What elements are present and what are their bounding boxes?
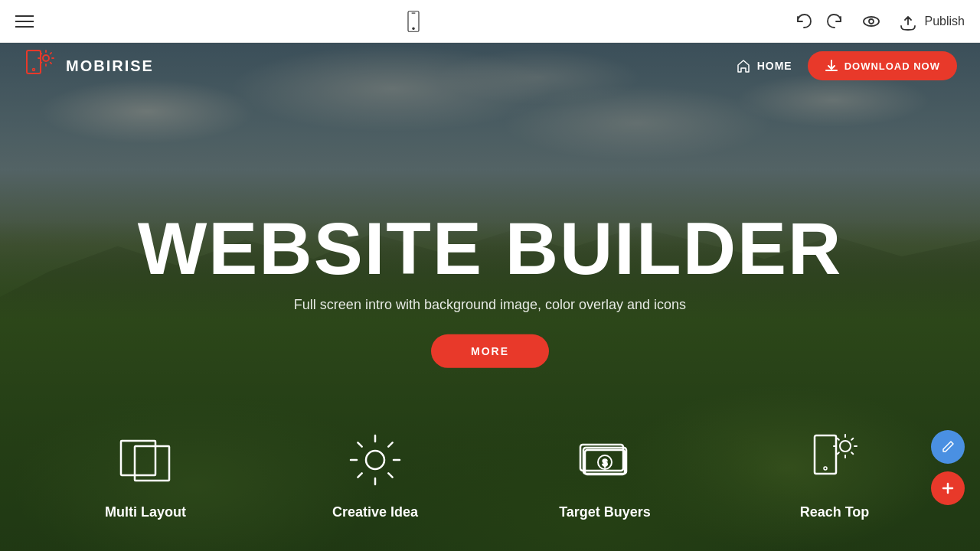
creative-idea-label: Creative Idea — [332, 504, 418, 520]
svg-line-15 — [41, 63, 41, 64]
publish-button[interactable]: Publish — [897, 11, 965, 32]
svg-rect-32 — [815, 435, 836, 474]
target-buyers-icon: $ — [574, 429, 635, 494]
svg-line-42 — [838, 452, 839, 454]
svg-line-41 — [851, 438, 853, 439]
home-icon — [736, 58, 751, 73]
undo-redo-group — [793, 11, 845, 32]
svg-line-24 — [388, 473, 392, 477]
toolbar: Publish — [0, 0, 980, 43]
mobirise-logo-icon — [23, 47, 57, 81]
hero-section: MOBIRISE HOME DOWNLOAD NOW — [0, 43, 980, 551]
phone-preview-button[interactable] — [403, 11, 424, 32]
toolbar-center — [403, 11, 424, 32]
svg-line-23 — [358, 442, 361, 446]
svg-line-26 — [358, 473, 361, 477]
nav-right: HOME DOWNLOAD NOW — [736, 51, 957, 80]
fab-edit-button[interactable] — [931, 430, 965, 464]
main-content: MOBIRISE HOME DOWNLOAD NOW — [0, 43, 980, 551]
undo-icon — [793, 11, 815, 32]
svg-line-25 — [388, 442, 392, 446]
fab-container — [931, 430, 965, 505]
multi-layout-icon — [115, 429, 176, 494]
fab-add-button[interactable] — [931, 471, 965, 505]
multi-layout-label: Multi Layout — [105, 504, 186, 520]
svg-line-12 — [41, 53, 41, 54]
svg-text:$: $ — [603, 458, 608, 468]
feature-reach-top: Reach Top — [758, 429, 911, 520]
preview-button[interactable] — [861, 11, 882, 32]
features-row: Multi Layout — [0, 413, 980, 551]
feature-creative-idea: Creative Idea — [299, 429, 452, 520]
site-navbar: MOBIRISE HOME DOWNLOAD NOW — [0, 43, 980, 89]
logo-area: MOBIRISE — [23, 47, 154, 84]
eye-icon — [861, 11, 882, 32]
reach-top-label: Reach Top — [800, 504, 870, 520]
svg-point-33 — [824, 467, 827, 470]
svg-line-14 — [51, 53, 51, 54]
svg-rect-5 — [27, 51, 41, 73]
plus-icon — [940, 481, 956, 496]
svg-line-40 — [851, 452, 853, 454]
redo-icon — [824, 11, 845, 32]
download-button[interactable]: DOWNLOAD NOW — [808, 51, 957, 80]
logo-text: MOBIRISE — [66, 57, 154, 75]
hamburger-menu[interactable] — [15, 15, 34, 28]
svg-line-39 — [838, 438, 839, 439]
logo-icon — [23, 47, 57, 84]
reach-top-icon — [804, 429, 865, 494]
svg-point-7 — [43, 55, 49, 61]
hero-subtitle: Full screen intro with background image,… — [49, 297, 931, 313]
publish-label: Publish — [925, 15, 965, 28]
hero-content: WEBSITE BUILDER Full screen intro with b… — [49, 210, 931, 368]
feature-target-buyers: $ Target Buyers — [528, 429, 681, 520]
redo-button[interactable] — [824, 11, 845, 32]
creative-idea-icon — [345, 429, 406, 494]
target-buyers-label: Target Buyers — [559, 504, 651, 520]
feature-multi-layout: Multi Layout — [69, 429, 222, 520]
pencil-icon — [940, 439, 956, 455]
svg-point-3 — [864, 17, 879, 26]
more-button[interactable]: MORE — [431, 334, 549, 368]
toolbar-left — [15, 15, 34, 28]
toolbar-right: Publish — [793, 11, 965, 32]
undo-button[interactable] — [793, 11, 815, 32]
download-label: DOWNLOAD NOW — [844, 60, 940, 72]
upload-icon — [897, 11, 919, 32]
svg-point-4 — [869, 19, 874, 24]
svg-point-1 — [413, 28, 414, 29]
home-link[interactable]: HOME — [736, 58, 792, 73]
phone-icon — [403, 11, 424, 32]
svg-line-13 — [51, 63, 51, 64]
hero-title: WEBSITE BUILDER — [49, 210, 931, 288]
home-label: HOME — [757, 60, 792, 72]
svg-point-34 — [840, 441, 851, 452]
svg-point-6 — [33, 69, 35, 71]
svg-point-18 — [366, 451, 384, 469]
download-icon — [825, 59, 838, 73]
